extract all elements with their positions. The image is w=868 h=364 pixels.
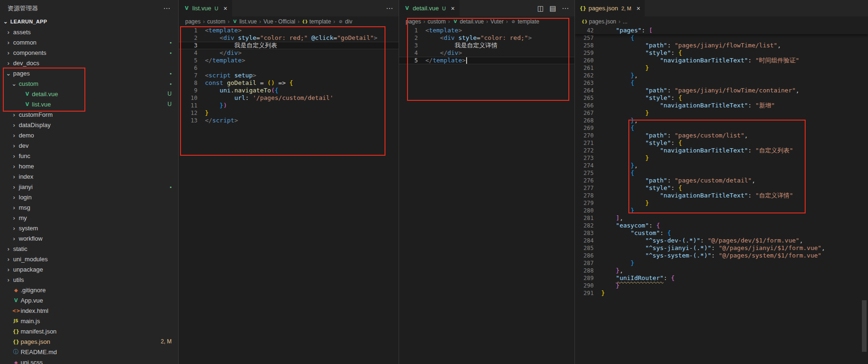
tree-item-unpackage[interactable]: ›unpackage [0, 264, 178, 274]
code-line[interactable]: 11 }) [179, 102, 399, 109]
close-icon[interactable]: × [451, 5, 455, 12]
code-line[interactable]: 5</template> [399, 57, 574, 64]
breadcrumb-item[interactable]: Vuter [491, 18, 504, 25]
breadcrumb-item[interactable]: custom [207, 18, 226, 25]
chevron-expanded-icon[interactable]: ⌄ [10, 80, 18, 87]
code-line[interactable]: 260 "navigationBarTitleText": "时间组件验证" [575, 57, 868, 64]
tree-item-utils[interactable]: ›utils [0, 274, 178, 285]
code-line[interactable]: 287 } [575, 259, 868, 267]
breadcrumb-item[interactable]: pages [406, 18, 421, 25]
chevron-collapsed-icon[interactable]: › [5, 39, 12, 46]
chevron-collapsed-icon[interactable]: › [10, 111, 18, 118]
code-line[interactable]: 13</script> [179, 117, 399, 124]
workspace-header[interactable]: ⌄ LEARUN_APP [0, 16, 178, 27]
code-line[interactable]: 272 "navigationBarTitleText": "自定义列表" [575, 147, 868, 154]
tab-detail-vue[interactable]: V detail.vue U × [399, 0, 460, 16]
code-line[interactable]: 290 } [575, 282, 868, 289]
code-line[interactable]: 276 "path": "pages/custom/detail", [575, 177, 868, 184]
chevron-collapsed-icon[interactable]: › [10, 235, 18, 242]
code-line[interactable]: 269 { [575, 124, 868, 132]
code-line[interactable]: 258 "path": "pages/jianyi/flowTime/list"… [575, 42, 868, 49]
scrollbar-thumb[interactable] [862, 300, 867, 352]
tab-pages-json[interactable]: {} pages.json 2, M × [575, 0, 645, 16]
tree-item-login[interactable]: ›login [0, 192, 178, 202]
code-line[interactable]: 267 } [575, 109, 868, 117]
code-line[interactable]: 268 }, [575, 117, 868, 124]
code-line[interactable]: 2 <div style="color: red;"> [399, 34, 574, 42]
tree-item-uni_modules[interactable]: ›uni_modules [0, 254, 178, 264]
code-line[interactable]: 8const goDetail = () => { [179, 79, 399, 87]
chevron-collapsed-icon[interactable]: › [5, 266, 12, 273]
code-line[interactable]: 283 "custom": { [575, 229, 868, 237]
tree-item-static[interactable]: ›static [0, 243, 178, 254]
chevron-collapsed-icon[interactable]: › [10, 183, 18, 190]
tree-item-uni-scss[interactable]: ◈uni.scss [0, 357, 178, 364]
code-line[interactable]: 6 [179, 64, 399, 72]
code-line[interactable]: 12} [179, 109, 399, 117]
code-line[interactable]: 259 "style": { [575, 49, 868, 57]
code-line[interactable]: 270 "path": "pages/custom/list", [575, 132, 868, 139]
more-actions-icon[interactable]: ⋯ [163, 4, 171, 13]
code-line[interactable]: 1<template> [179, 27, 399, 34]
breadcrumb-item[interactable]: ⊘div [338, 18, 352, 25]
split-editor-icon[interactable]: ◫ [537, 4, 544, 13]
code-line[interactable]: 271 "style": { [575, 139, 868, 147]
tree-item-jianyi[interactable]: ›jianyi● [0, 182, 178, 192]
tree-item-custom[interactable]: ⌄custom● [0, 78, 178, 89]
code-line[interactable]: 4 </div> [179, 49, 399, 57]
chevron-collapsed-icon[interactable]: › [5, 49, 12, 56]
tree-item-index[interactable]: ›index [0, 171, 178, 182]
code-line[interactable]: 5</template> [179, 57, 399, 64]
tree-item-detail-vue[interactable]: Vdetail.vueU [0, 89, 178, 99]
chevron-collapsed-icon[interactable]: › [5, 256, 12, 263]
code-line[interactable]: 279 } [575, 199, 868, 207]
code-line[interactable]: 289 "uniIdRouter": { [575, 274, 868, 282]
code-line[interactable]: 4 </div> [399, 49, 574, 57]
code-line[interactable]: 263 { [575, 79, 868, 87]
chevron-expanded-icon[interactable]: ⌄ [5, 70, 12, 77]
code-line[interactable]: 261 } [575, 64, 868, 72]
code-line[interactable]: 266 "navigationBarTitleText": "新增" [575, 102, 868, 109]
code-line[interactable]: 2 <div style="color: red;" @click="goDet… [179, 34, 399, 42]
code-line[interactable]: 265 "style": { [575, 94, 868, 102]
chevron-collapsed-icon[interactable]: › [10, 214, 18, 221]
tree-item-index-html[interactable]: <>index.html [0, 305, 178, 316]
code-line[interactable]: 282 "easycom": { [575, 222, 868, 229]
code-line[interactable]: 262 }, [575, 72, 868, 79]
breadcrumb-item[interactable]: Vdetail.vue [452, 18, 483, 25]
breadcrumb-item[interactable]: {}pages.json [581, 18, 616, 25]
chevron-collapsed-icon[interactable]: › [10, 173, 18, 180]
tree-item-workflow[interactable]: ›workflow [0, 233, 178, 243]
code-line[interactable]: 280 } [575, 207, 868, 214]
code-line[interactable]: 10 url: '/pages/custom/detail' [179, 94, 399, 102]
code-line[interactable]: 277 "style": { [575, 184, 868, 192]
code-line[interactable]: 281 ], [575, 214, 868, 222]
more-actions-icon[interactable]: ⋯ [386, 4, 393, 13]
chevron-collapsed-icon[interactable]: › [10, 152, 18, 159]
chevron-collapsed-icon[interactable]: › [5, 60, 12, 67]
chevron-collapsed-icon[interactable]: › [10, 142, 18, 149]
breadcrumb-item[interactable]: {}template [302, 18, 331, 25]
tree-item-list-vue[interactable]: Vlist.vueU [0, 99, 178, 109]
tree-item-main-js[interactable]: JSmain.js [0, 316, 178, 326]
tree-item-my[interactable]: ›my [0, 212, 178, 223]
tree-item-pages-json[interactable]: {}pages.json2, M [0, 336, 178, 347]
chevron-collapsed-icon[interactable]: › [10, 194, 18, 201]
tree-item-manifest-json[interactable]: {}manifest.json [0, 326, 178, 336]
chevron-collapsed-icon[interactable]: › [10, 121, 18, 129]
code-line[interactable]: 1<template> [399, 27, 574, 34]
tree-item-components[interactable]: ›components● [0, 47, 178, 58]
code-line[interactable]: 3 我是自定义列表 [179, 42, 399, 49]
code-line[interactable]: 9 uni.navigateTo({ [179, 87, 399, 94]
tree-item-msg[interactable]: ›msg [0, 202, 178, 212]
breadcrumb-item[interactable]: pages [185, 18, 201, 25]
chevron-collapsed-icon[interactable]: › [5, 245, 12, 252]
tab-list-vue[interactable]: V list.vue U × [179, 0, 232, 16]
tree-item-system[interactable]: ›system [0, 223, 178, 233]
breadcrumb-item[interactable]: Vlist.vue [232, 18, 257, 25]
tree-item-demo[interactable]: ›demo [0, 130, 178, 140]
tree-item-customform[interactable]: ›customForm [0, 109, 178, 120]
code-line[interactable]: 274 }, [575, 162, 868, 169]
chevron-collapsed-icon[interactable]: › [10, 225, 18, 232]
tree-item-home[interactable]: ›home [0, 161, 178, 171]
